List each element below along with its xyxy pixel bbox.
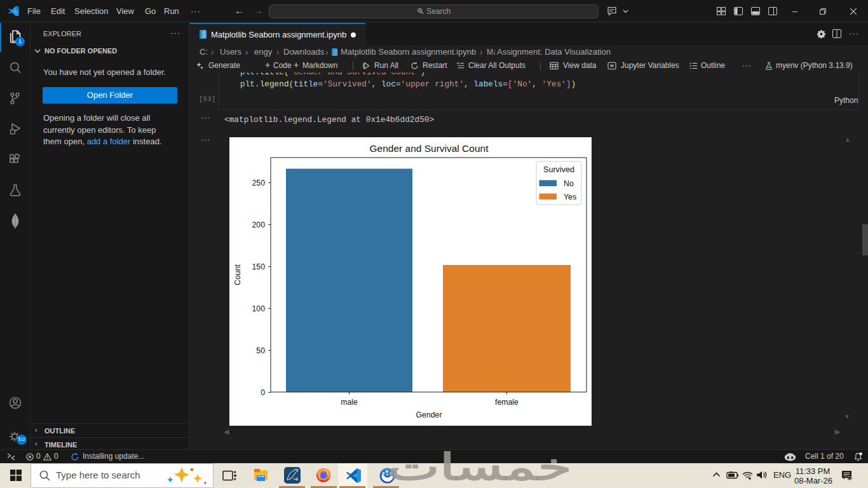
svg-text:No: No [564, 179, 574, 188]
svg-text:male: male [341, 398, 358, 407]
svg-text:Gender: Gender [416, 410, 442, 419]
svg-text:250: 250 [252, 179, 265, 187]
svg-text:0: 0 [261, 388, 265, 397]
svg-text:Gender and Survival Count: Gender and Survival Count [370, 143, 489, 154]
svg-text:Survived: Survived [543, 165, 574, 174]
svg-text:150: 150 [252, 262, 265, 271]
svg-text:Count: Count [233, 264, 242, 285]
svg-text:Yes: Yes [564, 193, 576, 201]
svg-text:50: 50 [256, 346, 265, 355]
svg-text:100: 100 [252, 304, 265, 313]
svg-text:female: female [495, 398, 519, 407]
svg-text:200: 200 [252, 220, 265, 229]
